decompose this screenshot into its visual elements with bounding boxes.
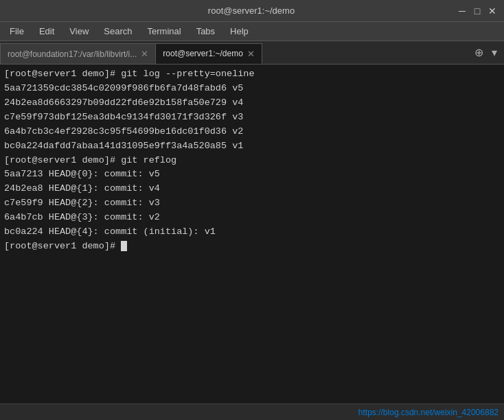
- menu-bar: FileEditViewSearchTerminalTabsHelp: [0, 22, 504, 41]
- maximize-button[interactable]: □: [471, 5, 483, 17]
- status-bar: https://blog.csdn.net/weixin_42006882: [0, 404, 504, 420]
- menu-item-terminal[interactable]: Terminal: [141, 25, 188, 38]
- status-url: https://blog.csdn.net/weixin_42006882: [358, 408, 499, 417]
- terminal-cursor: [121, 241, 127, 251]
- tabs-dropdown-button[interactable]: ▾: [489, 45, 500, 60]
- terminal-line: 5aa7213 HEAD@{0}: commit: v5: [4, 167, 500, 182]
- terminal-line: bc0a224 HEAD@{4}: commit (initial): v1: [4, 225, 500, 240]
- tab-1[interactable]: root@server1:~/demo ✕: [156, 43, 262, 64]
- tab-1-close[interactable]: ✕: [247, 49, 255, 59]
- title-bar: root@server1:~/demo ─ □ ✕: [0, 0, 504, 22]
- close-button[interactable]: ✕: [486, 5, 499, 17]
- terminal-line: c7e59f9 HEAD@{2}: commit: v3: [4, 196, 500, 211]
- tab-1-label: root@server1:~/demo: [163, 49, 243, 58]
- menu-item-search[interactable]: Search: [97, 25, 139, 38]
- terminal-output: [root@server1 demo]# git log --pretty=on…: [0, 65, 504, 404]
- terminal-line: c7e59f973dbf125ea3db4c9134fd30171f3d326f…: [4, 110, 500, 125]
- menu-item-file[interactable]: File: [3, 25, 31, 38]
- terminal-line: [root@server1 demo]# git reflog: [4, 154, 500, 168]
- terminal-line: 6a4b7cb HEAD@{3}: commit: v2: [4, 211, 500, 225]
- terminal-line: 6a4b7cb3c4ef2928c3c95f54699be16dc01f0d36…: [4, 125, 500, 139]
- tab-0-close[interactable]: ✕: [141, 49, 148, 59]
- menu-item-help[interactable]: Help: [223, 25, 255, 38]
- terminal-line: 5aa721359cdc3854c02099f986fb6fa7d48fabd6…: [4, 82, 500, 96]
- tab-0-label: root@foundation17:/var/lib/libvirt/i...: [8, 49, 137, 59]
- terminal-line: [root@server1 demo]#: [4, 240, 500, 254]
- menu-item-view[interactable]: View: [62, 25, 95, 38]
- terminal-line: 24b2ea8 HEAD@{1}: commit: v4: [4, 182, 500, 196]
- terminal-line: bc0a224dafdd7abaa141d31095e9ff3a4a520a85…: [4, 139, 500, 154]
- window-title: root@server1:~/demo: [47, 5, 456, 16]
- terminal-line: 24b2ea8d6663297b09dd22fd6e92b158fa50e729…: [4, 96, 500, 110]
- terminal-line: [root@server1 demo]# git log --pretty=on…: [4, 67, 500, 82]
- tab-0[interactable]: root@foundation17:/var/lib/libvirt/i... …: [0, 43, 156, 64]
- window-controls: ─ □ ✕: [456, 5, 499, 17]
- minimize-button[interactable]: ─: [456, 5, 468, 17]
- new-tab-button[interactable]: ⊕: [472, 45, 486, 60]
- tabs-bar: root@foundation17:/var/lib/libvirt/i... …: [0, 41, 504, 65]
- menu-item-tabs[interactable]: Tabs: [190, 25, 222, 38]
- menu-item-edit[interactable]: Edit: [32, 25, 61, 38]
- tabs-right-controls: ⊕ ▾: [468, 41, 504, 64]
